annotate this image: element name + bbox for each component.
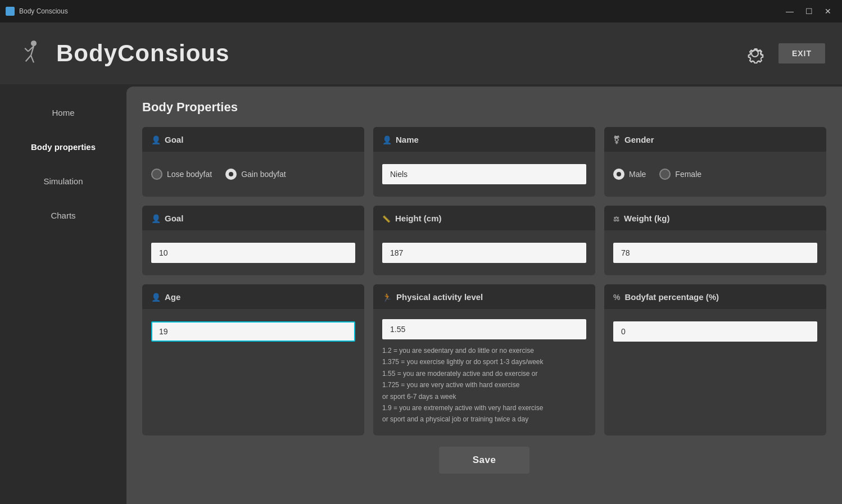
name-person-icon <box>382 135 391 144</box>
age-body <box>142 309 364 354</box>
male-radio[interactable] <box>613 169 624 180</box>
male-option[interactable]: Male <box>613 169 646 180</box>
bodyfat-body <box>604 309 826 354</box>
minimize-button[interactable]: — <box>781 3 798 20</box>
activity-input[interactable] <box>382 319 586 339</box>
bodyfat-percent-icon <box>613 292 620 302</box>
sidebar-item-simulation[interactable]: Simulation <box>0 164 126 198</box>
main-layout: Home Body properties Simulation Charts B… <box>0 84 842 504</box>
content-area: Body Properties Goal Lose bodyfat <box>126 87 842 504</box>
gender-header: Gender <box>604 127 826 152</box>
svg-line-3 <box>26 56 31 62</box>
height-header: Height (cm) <box>373 206 595 230</box>
weight-body <box>604 230 826 275</box>
goal-radio-card: Goal Lose bodyfat Gain bodyfat <box>142 127 364 197</box>
goal-number-card: Goal <box>142 206 364 275</box>
goal-number-icon <box>151 214 160 223</box>
activity-description: 1.2 = you are sedentary and do little or… <box>382 345 586 425</box>
activity-body: 1.2 = you are sedentary and do little or… <box>373 309 595 435</box>
sidebar-item-home[interactable]: Home <box>0 96 126 130</box>
save-area: Save <box>142 447 826 474</box>
goal-radio-body: Lose bodyfat Gain bodyfat <box>142 152 364 197</box>
sidebar-item-charts[interactable]: Charts <box>0 198 126 233</box>
height-card: Height (cm) <box>373 206 595 275</box>
weight-input[interactable] <box>613 243 817 263</box>
gender-card: Gender Male Female <box>604 127 826 197</box>
age-input[interactable] <box>151 321 355 342</box>
gender-radio-group: Male Female <box>613 169 817 180</box>
name-input[interactable] <box>382 164 586 184</box>
sidebar-item-body-properties[interactable]: Body properties <box>0 130 126 164</box>
svg-line-6 <box>25 48 28 52</box>
goal-radio-group: Lose bodyfat Gain bodyfat <box>151 169 355 180</box>
height-input[interactable] <box>382 243 586 263</box>
activity-header: Physical activity level <box>373 284 595 309</box>
gain-bodyfat-option[interactable]: Gain bodyfat <box>225 169 286 180</box>
svg-line-4 <box>31 56 34 63</box>
page-title: Body Properties <box>142 100 826 115</box>
save-button[interactable]: Save <box>439 447 530 474</box>
person-icon <box>151 135 160 144</box>
gender-body: Male Female <box>604 152 826 197</box>
name-body <box>373 152 595 197</box>
lose-bodyfat-radio[interactable] <box>151 169 162 180</box>
height-body <box>373 230 595 275</box>
name-card: Name <box>373 127 595 197</box>
header-right: EXIT <box>743 41 825 66</box>
height-ruler-icon <box>382 214 391 223</box>
female-radio[interactable] <box>659 169 671 180</box>
age-card: Age <box>142 284 364 435</box>
svg-point-1 <box>31 40 37 46</box>
weight-icon <box>613 214 619 223</box>
gender-icon <box>613 135 620 144</box>
app-icon <box>6 7 15 16</box>
goal-number-header: Goal <box>142 206 364 230</box>
sidebar: Home Body properties Simulation Charts <box>0 84 126 504</box>
window-controls: — ☐ ✕ <box>781 3 836 20</box>
title-bar: Body Conscious — ☐ ✕ <box>0 0 842 22</box>
female-option[interactable]: Female <box>659 169 701 180</box>
bodyfat-header: Bodyfat percentage (%) <box>604 284 826 309</box>
weight-card: Weight (kg) <box>604 206 826 275</box>
settings-icon[interactable] <box>743 41 767 66</box>
age-header: Age <box>142 284 364 309</box>
svg-rect-0 <box>7 8 13 14</box>
bodyfat-card: Bodyfat percentage (%) <box>604 284 826 435</box>
activity-card: Physical activity level 1.2 = you are se… <box>373 284 595 435</box>
goal-number-body <box>142 230 364 275</box>
close-button[interactable]: ✕ <box>820 3 836 20</box>
lose-bodyfat-option[interactable]: Lose bodyfat <box>151 169 212 180</box>
app-logo-icon <box>17 39 45 67</box>
app-title: BodyConsious <box>56 40 229 67</box>
goal-radio-header: Goal <box>142 127 364 152</box>
title-bar-text: Body Conscious <box>19 7 68 15</box>
bodyfat-input[interactable] <box>613 321 817 342</box>
properties-grid: Goal Lose bodyfat Gain bodyfat <box>142 127 826 435</box>
name-header: Name <box>373 127 595 152</box>
age-icon <box>151 292 160 301</box>
app-title-area: BodyConsious <box>17 39 229 67</box>
activity-run-icon <box>382 292 392 302</box>
app-header: BodyConsious EXIT <box>0 22 842 84</box>
gain-bodyfat-radio[interactable] <box>225 169 237 180</box>
goal-number-input[interactable] <box>151 243 355 263</box>
weight-header: Weight (kg) <box>604 206 826 230</box>
exit-button[interactable]: EXIT <box>778 43 825 63</box>
maximize-button[interactable]: ☐ <box>800 3 817 20</box>
